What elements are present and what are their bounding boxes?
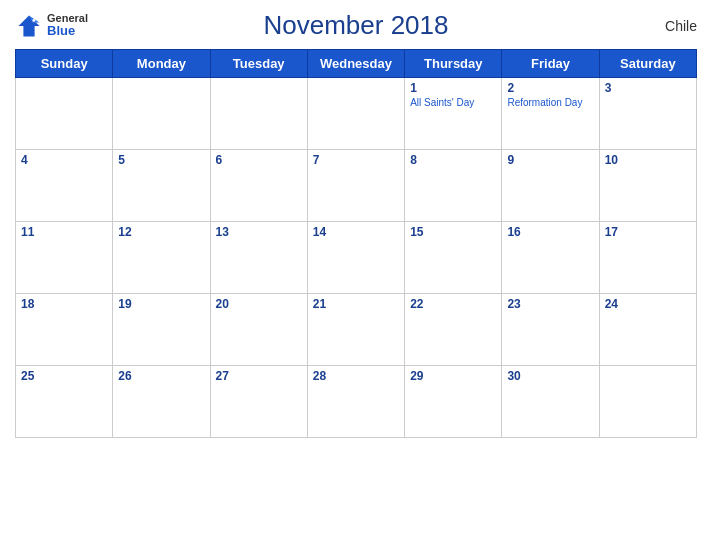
calendar-cell: 4	[16, 150, 113, 222]
calendar-cell: 20	[210, 294, 307, 366]
calendar-cell: 13	[210, 222, 307, 294]
day-number: 27	[216, 369, 302, 383]
header-thursday: Thursday	[405, 50, 502, 78]
day-number: 1	[410, 81, 496, 95]
header-wednesday: Wednesday	[307, 50, 404, 78]
calendar-cell: 7	[307, 150, 404, 222]
calendar-cell: 27	[210, 366, 307, 438]
calendar-cell: 6	[210, 150, 307, 222]
calendar-cell: 12	[113, 222, 210, 294]
logo-blue: Blue	[47, 24, 88, 38]
logo-text: General Blue	[47, 12, 88, 38]
calendar-cell	[210, 78, 307, 150]
calendar-cell: 17	[599, 222, 696, 294]
day-number: 15	[410, 225, 496, 239]
day-number: 4	[21, 153, 107, 167]
day-number: 7	[313, 153, 399, 167]
day-number: 6	[216, 153, 302, 167]
day-number: 23	[507, 297, 593, 311]
calendar-cell: 9	[502, 150, 599, 222]
weekday-header-row: Sunday Monday Tuesday Wednesday Thursday…	[16, 50, 697, 78]
day-number: 29	[410, 369, 496, 383]
day-number: 21	[313, 297, 399, 311]
calendar-table: Sunday Monday Tuesday Wednesday Thursday…	[15, 49, 697, 438]
calendar-cell: 19	[113, 294, 210, 366]
week-row-2: 45678910	[16, 150, 697, 222]
day-number: 17	[605, 225, 691, 239]
calendar-cell	[16, 78, 113, 150]
header-sunday: Sunday	[16, 50, 113, 78]
calendar-cell: 25	[16, 366, 113, 438]
day-number: 12	[118, 225, 204, 239]
holiday-label: All Saints' Day	[410, 97, 496, 109]
day-number: 18	[21, 297, 107, 311]
header-tuesday: Tuesday	[210, 50, 307, 78]
calendar-cell: 2Reformation Day	[502, 78, 599, 150]
day-number: 13	[216, 225, 302, 239]
day-number: 2	[507, 81, 593, 95]
calendar-cell: 30	[502, 366, 599, 438]
calendar-cell: 16	[502, 222, 599, 294]
header-saturday: Saturday	[599, 50, 696, 78]
week-row-4: 18192021222324	[16, 294, 697, 366]
day-number: 30	[507, 369, 593, 383]
day-number: 26	[118, 369, 204, 383]
calendar-cell: 29	[405, 366, 502, 438]
day-number: 11	[21, 225, 107, 239]
day-number: 16	[507, 225, 593, 239]
country-label: Chile	[665, 18, 697, 34]
header-friday: Friday	[502, 50, 599, 78]
day-number: 14	[313, 225, 399, 239]
calendar-header: General Blue November 2018 Chile	[15, 10, 697, 41]
calendar-cell: 14	[307, 222, 404, 294]
day-number: 22	[410, 297, 496, 311]
calendar-cell: 11	[16, 222, 113, 294]
calendar-cell: 5	[113, 150, 210, 222]
calendar-cell: 8	[405, 150, 502, 222]
calendar-cell: 18	[16, 294, 113, 366]
day-number: 28	[313, 369, 399, 383]
calendar-cell	[307, 78, 404, 150]
calendar-cell: 22	[405, 294, 502, 366]
calendar-cell: 15	[405, 222, 502, 294]
calendar-cell: 10	[599, 150, 696, 222]
holiday-label: Reformation Day	[507, 97, 593, 109]
week-row-1: 1All Saints' Day2Reformation Day3	[16, 78, 697, 150]
day-number: 10	[605, 153, 691, 167]
day-number: 24	[605, 297, 691, 311]
logo: General Blue	[15, 12, 88, 40]
calendar-cell: 26	[113, 366, 210, 438]
header-monday: Monday	[113, 50, 210, 78]
day-number: 3	[605, 81, 691, 95]
week-row-5: 252627282930	[16, 366, 697, 438]
day-number: 5	[118, 153, 204, 167]
week-row-3: 11121314151617	[16, 222, 697, 294]
calendar-cell: 21	[307, 294, 404, 366]
calendar-cell: 24	[599, 294, 696, 366]
calendar-cell: 3	[599, 78, 696, 150]
day-number: 20	[216, 297, 302, 311]
calendar-cell	[113, 78, 210, 150]
svg-marker-0	[19, 15, 40, 36]
svg-point-2	[33, 19, 36, 22]
calendar-cell: 1All Saints' Day	[405, 78, 502, 150]
calendar-cell: 28	[307, 366, 404, 438]
day-number: 8	[410, 153, 496, 167]
day-number: 25	[21, 369, 107, 383]
calendar-cell: 23	[502, 294, 599, 366]
day-number: 9	[507, 153, 593, 167]
calendar-title: November 2018	[264, 10, 449, 41]
day-number: 19	[118, 297, 204, 311]
calendar-cell	[599, 366, 696, 438]
logo-bird-icon	[15, 12, 43, 40]
